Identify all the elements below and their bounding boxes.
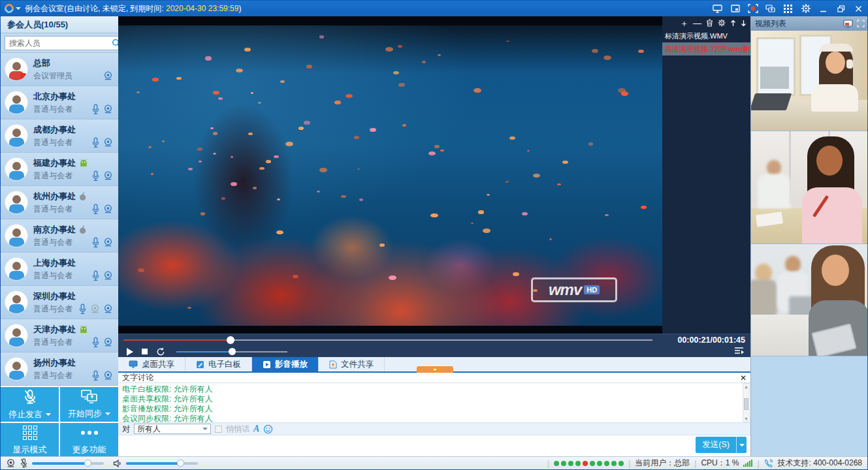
camera-icon[interactable] <box>103 337 113 347</box>
participant-row[interactable]: 上海办事处 普通与会者 <box>1 253 118 286</box>
stop-speaking-button[interactable]: 停止发言 <box>1 387 59 422</box>
webcam-status-icon[interactable] <box>6 458 16 468</box>
start-sync-button[interactable]: 开始同步 <box>60 387 118 422</box>
speaker-volume-slider[interactable] <box>126 462 198 465</box>
mic-volume-slider[interactable] <box>32 462 104 465</box>
broadcast-monitor-icon[interactable] <box>843 20 853 28</box>
status-dot <box>619 461 624 466</box>
camera-icon[interactable] <box>103 370 113 381</box>
move-down-icon[interactable] <box>741 20 747 27</box>
seek-handle[interactable] <box>227 336 234 344</box>
delete-trash-icon[interactable] <box>706 19 713 27</box>
send-button[interactable]: 发送(S) <box>696 437 747 453</box>
more-functions-button[interactable]: 更多功能 <box>60 423 118 458</box>
video-frame[interactable]: wmv HD <box>118 16 662 334</box>
chevron-down-icon[interactable] <box>16 7 21 12</box>
settings-gear-icon[interactable] <box>797 1 814 16</box>
camera-icon[interactable] <box>103 304 113 314</box>
tab-media-playback[interactable]: 影音播放 <box>252 357 319 371</box>
screen-share-icon[interactable] <box>762 1 779 16</box>
camera-icon[interactable] <box>103 170 113 181</box>
tab-file-share[interactable]: 文件共享 <box>319 357 385 371</box>
fish-dot <box>162 140 165 142</box>
scroll-up-icon[interactable]: ▲ <box>743 384 749 390</box>
participant-row[interactable]: 总部 会议管理员 <box>1 53 118 86</box>
participant-row[interactable]: 杭州办事处 普通与会者 <box>1 186 118 219</box>
expand-icon[interactable] <box>857 20 865 27</box>
float-window-icon[interactable] <box>726 1 744 16</box>
participant-row[interactable]: 天津办事处 普通与会者 <box>1 319 118 352</box>
scroll-down-icon[interactable]: ▼ <box>743 416 749 422</box>
recipient-select[interactable]: 所有人 <box>134 424 211 434</box>
move-up-icon[interactable] <box>730 20 736 27</box>
playlist-delete-link[interactable]: 删除 <box>743 44 750 54</box>
playlist-settings-icon[interactable] <box>718 19 726 27</box>
send-options-caret[interactable] <box>736 437 747 453</box>
tab-whiteboard[interactable]: 电子白板 <box>185 357 252 371</box>
title-text-suffix: ) <box>238 4 241 13</box>
camera-icon[interactable] <box>103 70 113 81</box>
display-icon[interactable] <box>709 1 726 16</box>
playlist-toggle-icon[interactable] <box>734 347 744 355</box>
media-player: wmv HD ＋ — <box>118 16 750 357</box>
mic-muted-icon[interactable] <box>20 458 28 468</box>
emoji-icon[interactable] <box>263 424 273 434</box>
display-mode-button[interactable]: 显示模式 <box>1 423 59 458</box>
participant-row[interactable]: 扬州办事处 普通与会者 <box>1 352 118 386</box>
microphone-icon[interactable] <box>78 304 87 315</box>
volume-handle[interactable] <box>229 348 236 355</box>
chat-input-area[interactable]: 发送(S) <box>118 435 750 455</box>
microphone-icon[interactable] <box>91 337 100 348</box>
participant-row[interactable]: 深圳办事处 普通与会者 <box>1 286 118 319</box>
participant-row[interactable]: 北京办事处 普通与会者 <box>1 86 118 119</box>
participant-row[interactable]: 成都办事处 普通与会者 <box>1 119 118 153</box>
camera-icon[interactable] <box>103 104 113 114</box>
microphone-icon[interactable] <box>91 170 100 181</box>
fish-dot <box>231 156 233 158</box>
play-button[interactable] <box>127 348 133 356</box>
display-mode-icon[interactable] <box>779 1 797 16</box>
microphone-icon[interactable] <box>91 204 100 215</box>
seek-bar[interactable] <box>123 339 652 341</box>
slider-knob[interactable] <box>177 460 184 467</box>
camera-disabled-icon[interactable] <box>90 304 100 314</box>
camera-icon[interactable] <box>103 237 113 247</box>
webcam-video-1[interactable] <box>751 31 868 131</box>
remove-icon[interactable]: — <box>693 19 701 27</box>
scrollbar-thumb[interactable] <box>744 398 748 410</box>
minimize-button[interactable] <box>814 1 832 16</box>
camera-icon[interactable] <box>103 204 113 214</box>
add-icon[interactable]: ＋ <box>680 19 688 27</box>
participant-row[interactable]: 福建办事处 普通与会者 <box>1 153 118 186</box>
microphone-icon[interactable] <box>91 270 100 281</box>
slider-knob[interactable] <box>84 460 91 467</box>
chat-close-icon[interactable]: ✕ <box>740 374 747 382</box>
search-box[interactable] <box>5 36 124 50</box>
microphone-icon[interactable] <box>91 137 100 148</box>
record-icon[interactable] <box>744 1 762 16</box>
replay-loop-button[interactable] <box>156 347 165 356</box>
webcam-video-3[interactable] <box>751 244 868 356</box>
microphone-icon[interactable] <box>91 104 100 115</box>
search-input[interactable] <box>8 38 112 48</box>
chat-drawer-handle[interactable] <box>417 366 453 373</box>
chat-scrollbar[interactable]: ▲ ▼ <box>743 383 750 422</box>
volume-slider[interactable] <box>176 351 287 352</box>
camera-icon[interactable] <box>103 137 113 148</box>
close-button[interactable] <box>850 1 867 16</box>
microphone-icon[interactable] <box>91 370 100 381</box>
participant-row[interactable]: 南京办事处 普通与会者 <box>1 219 118 253</box>
maximize-button[interactable] <box>832 1 850 16</box>
stop-button[interactable] <box>142 349 148 354</box>
tab-desktop-share[interactable]: 桌面共享 <box>118 357 185 371</box>
playlist-item[interactable]: 标清演示视频.WMV <box>662 29 750 42</box>
whisper-checkbox[interactable] <box>215 426 222 433</box>
font-icon[interactable]: A <box>253 424 259 434</box>
camera-icon[interactable] <box>103 270 113 281</box>
permission-label: 会议同步权限: <box>122 414 171 422</box>
speaker-icon[interactable] <box>113 459 122 468</box>
avatar-body <box>9 171 24 180</box>
webcam-video-2[interactable] <box>751 131 868 244</box>
playlist-item-active[interactable]: 高清演示视频-720P.wmv 删除 <box>662 42 750 55</box>
microphone-icon[interactable] <box>91 237 100 248</box>
